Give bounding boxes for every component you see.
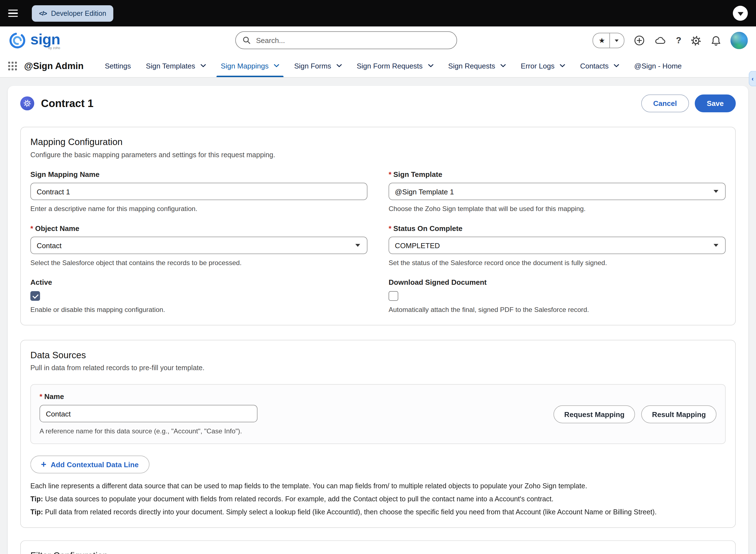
field-sign-template: * Sign Template @Sign Template 1 Choose … [388,170,725,213]
help-button[interactable]: ? [676,36,681,46]
sign-mapping-name-input[interactable] [31,183,368,200]
nav-sign-templates[interactable]: Sign Templates [146,54,206,77]
field-label: * Sign Template [388,170,725,178]
result-mapping-button[interactable]: Result Mapping [642,405,717,423]
topbar-caret-button[interactable] [733,6,748,21]
nav-error-logs[interactable]: Error Logs [521,54,565,77]
field-help: Select the Salesforce object that contai… [31,259,368,267]
main-card: Contract 1 Cancel Save Mapping Configura… [8,86,748,554]
required-asterisk: * [40,392,43,401]
field-download-signed-document: Download Signed Document Automatically a… [388,278,725,313]
favorites-control: ★ [592,33,625,48]
search-input[interactable] [255,36,450,45]
field-label: * Name [40,392,258,401]
chevron-down-icon [500,64,506,67]
question-mark-icon: ? [676,36,681,46]
nav-settings[interactable]: Settings [105,54,131,77]
field-object-name: * Object Name Contact Select the Salesfo… [31,224,368,267]
favorites-star-icon[interactable]: ★ [593,34,609,47]
field-help: Enable or disable this mapping configura… [31,306,368,313]
gear-icon [23,99,31,108]
nav-sign-forms[interactable]: Sign Forms [294,54,342,77]
app-root: </> Developer Edition sign by zoho [0,0,756,554]
menu-icon[interactable] [8,9,18,17]
field-help: Enter a descriptive name for this mappin… [31,205,368,213]
bell-icon [711,35,721,46]
page-header: Contract 1 Cancel Save [20,95,736,112]
nav-sign-mappings[interactable]: Sign Mappings [221,54,279,77]
plus-icon: + [41,460,46,469]
logo-wordmark: sign [31,33,60,46]
global-topbar: </> Developer Edition [0,0,756,26]
request-mapping-button[interactable]: Request Mapping [553,405,635,423]
data-source-actions: Request Mapping Result Mapping [553,405,716,423]
notifications-button[interactable] [711,35,721,46]
filter-configuration-section: Filter Configuration [20,540,736,554]
field-label: * Status On Complete [388,224,725,232]
header-actions: Cancel Save [641,95,736,112]
plus-circle-icon [634,35,645,46]
field-label: Sign Mapping Name [31,170,368,178]
caret-down-icon [355,244,360,247]
chevron-down-icon [560,64,565,67]
data-source-name-input[interactable] [40,405,258,422]
chevron-left-icon: ‹ [752,75,754,82]
sign-template-select[interactable]: @Sign Template 1 [388,183,725,200]
field-sign-mapping-name: Sign Mapping Name Enter a descriptive na… [31,170,368,213]
field-label: Active [31,278,368,286]
section-title: Filter Configuration [31,550,726,554]
mapping-badge-icon [20,97,34,110]
field-help: Choose the Zoho Sign template that will … [388,205,725,213]
chevron-down-icon [274,64,279,67]
field-active: Active Enable or disable this mapping co… [31,278,368,313]
caret-down-icon [713,190,718,193]
field-label: Download Signed Document [388,278,725,286]
nav-contacts[interactable]: Contacts [580,54,619,77]
caret-down-icon [713,244,718,247]
developer-edition-badge[interactable]: </> Developer Edition [32,5,113,21]
app-name[interactable]: @Sign Admin [24,60,84,71]
chevron-down-icon [336,64,342,67]
app-nav: @Sign Admin Settings Sign Templates Sign… [0,54,756,77]
utility-icons: ★ ? [592,32,748,49]
guidance-cloud-icon [654,35,667,46]
search-icon [242,36,251,44]
required-asterisk: * [31,224,33,232]
data-sources-section: Data Sources Pull in data from related r… [20,340,736,528]
save-button[interactable]: Save [695,95,736,112]
app-header: sign by zoho ★ [0,26,756,55]
mapping-configuration-section: Mapping Configuration Configure the basi… [20,127,736,325]
zoho-sign-logo-icon [8,31,26,50]
nav-sign-requests[interactable]: Sign Requests [448,54,506,77]
field-help: Set the status of the Salesforce record … [388,259,725,267]
field-label: * Object Name [31,224,368,232]
global-actions-button[interactable] [634,35,645,46]
cancel-button[interactable]: Cancel [641,95,689,112]
chevron-down-icon [428,64,433,67]
section-subtitle: Configure the basic mapping parameters a… [31,151,726,159]
add-contextual-data-line-button[interactable]: + Add Contextual Data Line [31,455,150,473]
active-checkbox[interactable] [31,291,40,301]
chevron-down-icon [201,64,206,67]
page-content: Contract 1 Cancel Save Mapping Configura… [0,78,756,554]
global-search[interactable] [235,31,457,49]
download-signed-document-checkbox[interactable] [388,291,398,301]
avatar[interactable] [731,32,748,49]
field-help: Automatically attach the final, signed P… [388,306,725,313]
mapping-form-grid: Sign Mapping Name Enter a descriptive na… [31,159,726,313]
guidance-button[interactable] [654,35,667,46]
nav-items: Settings Sign Templates Sign Mappings Si… [105,54,682,77]
object-name-select[interactable]: Contact [31,237,368,254]
favorites-caret-button[interactable] [610,39,624,42]
data-source-item: * Name A reference name for this data so… [31,384,726,444]
status-on-complete-select[interactable]: COMPLETED [388,237,725,254]
caret-down-icon [738,12,743,16]
setup-button[interactable] [691,35,702,46]
zoho-sign-logo[interactable]: sign by zoho [8,31,60,50]
app-launcher-icon[interactable] [8,62,17,70]
side-panel-toggle[interactable]: ‹ [749,71,756,87]
nav-sign-form-requests[interactable]: Sign Form Requests [357,54,433,77]
nav-sign-home[interactable]: @Sign - Home [634,54,682,77]
page-title: Contract 1 [41,97,94,110]
caret-down-icon [615,39,619,42]
